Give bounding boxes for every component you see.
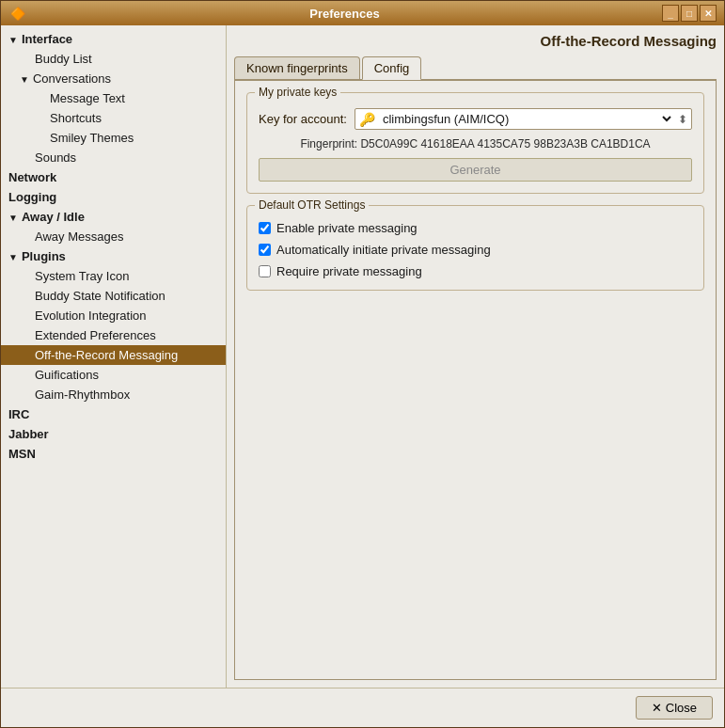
otr-section-label: Default OTR Settings xyxy=(255,198,369,212)
maximize-button[interactable]: □ xyxy=(681,5,698,22)
sidebar-item-extended-preferences[interactable]: Extended Preferences xyxy=(1,325,226,345)
collapse-arrow-plugins: ▼ xyxy=(8,252,18,262)
my-private-keys-label: My private keys xyxy=(255,86,340,99)
main-content: ▼Interface Buddy List ▼Conversations Mes… xyxy=(1,25,724,688)
sidebar-item-away-idle[interactable]: ▼Away / Idle xyxy=(1,207,226,227)
sidebar-item-off-the-record[interactable]: Off-the-Record Messaging xyxy=(1,345,226,365)
account-icon: 🔑 xyxy=(359,112,375,127)
sidebar-item-jabber[interactable]: Jabber xyxy=(1,424,226,444)
sidebar-item-shortcuts[interactable]: Shortcuts xyxy=(1,108,226,128)
titlebar-icon: 🔶 xyxy=(8,7,27,21)
my-private-keys-section: My private keys Key for account: 🔑 climb… xyxy=(246,92,704,194)
sidebar-item-smiley-themes[interactable]: Smiley Themes xyxy=(1,128,226,148)
bottom-bar: ✕ Close xyxy=(1,688,724,727)
panel-title: Off-the-Record Messaging xyxy=(234,33,717,49)
sidebar-item-gaim-rhythmbox[interactable]: Gaim-Rhythmbox xyxy=(1,385,226,404)
sidebar-item-buddy-list[interactable]: Buddy List xyxy=(1,49,226,69)
preferences-window: 🔶 Preferences _ □ ✕ ▼Interface Buddy Lis… xyxy=(0,0,725,728)
sidebar-item-message-text[interactable]: Message Text xyxy=(1,88,226,108)
enable-private-messaging-row: Enable private messaging xyxy=(259,221,692,235)
enable-private-messaging-label: Enable private messaging xyxy=(276,221,418,235)
require-private-messaging-checkbox[interactable] xyxy=(259,265,271,277)
key-for-account-label: Key for account: xyxy=(259,112,347,126)
sidebar-item-logging[interactable]: Logging xyxy=(1,187,226,207)
sidebar-item-buddy-state-notification[interactable]: Buddy State Notification xyxy=(1,286,226,306)
sidebar-item-conversations[interactable]: ▼Conversations xyxy=(1,69,226,88)
sidebar-item-system-tray-icon[interactable]: System Tray Icon xyxy=(1,266,226,286)
sidebar-item-guifications[interactable]: Guifications xyxy=(1,365,226,385)
sidebar-item-msn[interactable]: MSN xyxy=(1,444,226,464)
close-button-bottom[interactable]: ✕ Close xyxy=(636,696,713,720)
close-button[interactable]: ✕ xyxy=(700,5,717,22)
titlebar: 🔶 Preferences _ □ ✕ xyxy=(1,1,724,25)
sidebar-item-interface[interactable]: ▼Interface xyxy=(1,29,226,49)
minimize-button[interactable]: _ xyxy=(662,5,679,22)
sidebar-item-away-messages[interactable]: Away Messages xyxy=(1,227,226,246)
account-select[interactable]: climbingsfun (AIM/ICQ) xyxy=(379,111,674,127)
titlebar-controls: _ □ ✕ xyxy=(662,5,717,22)
collapse-arrow-conversations: ▼ xyxy=(20,74,29,85)
require-private-messaging-label: Require private messaging xyxy=(276,264,422,278)
auto-initiate-label: Automatically initiate private messaging xyxy=(276,243,491,257)
default-otr-section: Default OTR Settings Enable private mess… xyxy=(246,205,704,291)
panel-body: My private keys Key for account: 🔑 climb… xyxy=(234,80,717,680)
sidebar-item-irc[interactable]: IRC xyxy=(1,404,226,424)
account-select-wrapper[interactable]: 🔑 climbingsfun (AIM/ICQ) ⬍ xyxy=(355,108,692,130)
collapse-arrow-interface: ▼ xyxy=(8,35,18,45)
sidebar-item-evolution-integration[interactable]: Evolution Integration xyxy=(1,306,226,325)
sidebar-item-sounds[interactable]: Sounds xyxy=(1,148,226,167)
fingerprint-text: Fingerprint: D5C0A99C 41618EAA 4135CA75 … xyxy=(259,137,692,150)
generate-button[interactable]: Generate xyxy=(259,158,692,182)
tab-known-fingerprints[interactable]: Known fingerprints xyxy=(234,56,360,79)
tab-bar: Known fingerprints Config xyxy=(234,56,717,80)
key-for-account-row: Key for account: 🔑 climbingsfun (AIM/ICQ… xyxy=(259,108,692,130)
sidebar-item-plugins[interactable]: ▼Plugins xyxy=(1,246,226,266)
right-panel: Off-the-Record Messaging Known fingerpri… xyxy=(227,25,724,688)
enable-private-messaging-checkbox[interactable] xyxy=(259,222,271,234)
select-arrows-icon: ⬍ xyxy=(678,113,687,126)
require-private-messaging-row: Require private messaging xyxy=(259,264,692,278)
auto-initiate-row: Automatically initiate private messaging xyxy=(259,243,692,257)
sidebar-item-network[interactable]: Network xyxy=(1,167,226,187)
sidebar: ▼Interface Buddy List ▼Conversations Mes… xyxy=(1,25,227,688)
tab-config[interactable]: Config xyxy=(362,56,422,80)
titlebar-title: Preferences xyxy=(27,7,662,21)
collapse-arrow-away: ▼ xyxy=(8,213,18,223)
auto-initiate-checkbox[interactable] xyxy=(259,244,271,256)
